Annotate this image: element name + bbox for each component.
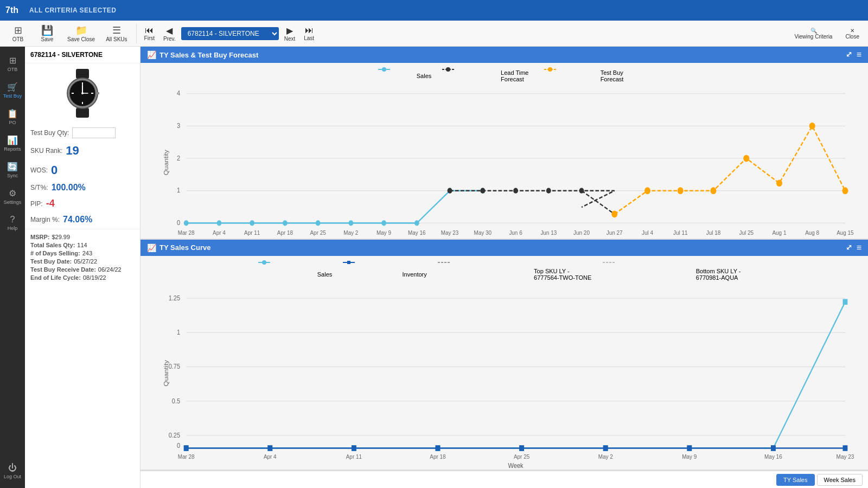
days-selling-label: # of Days Selling:	[30, 250, 80, 256]
svg-rect-118	[519, 445, 524, 451]
svg-rect-121	[771, 445, 776, 451]
viewing-criteria-button[interactable]: 🔍 Viewing Criteria	[790, 25, 837, 42]
svg-point-56	[316, 221, 321, 226]
legend2-sales-label: Sales	[317, 271, 333, 278]
svg-point-64	[513, 188, 518, 194]
po-sidebar-icon: 📋	[7, 108, 18, 119]
sidebar-item-settings[interactable]: ⚙ Settings	[0, 184, 25, 209]
otb-button[interactable]: ⊞ OTB	[4, 22, 31, 44]
chart2-menu-icon[interactable]: ≡	[857, 243, 861, 253]
legend-sales-label: Sales	[417, 73, 432, 79]
total-sales-value: 114	[77, 242, 87, 248]
svg-point-78	[262, 260, 266, 265]
chart2-header: 📈 TY Sales Curve ⤢ ≡	[141, 240, 868, 256]
svg-point-76	[842, 188, 848, 195]
svg-point-74	[776, 180, 782, 187]
last-icon: ⏭	[305, 25, 314, 35]
chart1-menu-icon[interactable]: ≡	[857, 50, 861, 60]
sidebar: ⊞ OTB 🛒 Test Buy 📋 PO 📊 Reports 🔄 Sync ⚙…	[0, 47, 25, 488]
chart1-expand-icon[interactable]: ⤢	[846, 50, 852, 60]
save-close-button[interactable]: 📁 Save Close	[63, 22, 99, 44]
svg-point-58	[381, 221, 386, 226]
product-sku-header: 6782114 - SILVERTONE	[25, 47, 140, 63]
chart1-wrapper: 📈 TY Sales & Test Buy Forecast ⤢ ≡ Sales…	[141, 47, 868, 240]
reports-sidebar-icon: 📊	[7, 135, 18, 145]
sidebar-item-sync[interactable]: 🔄 Sync	[0, 157, 25, 183]
svg-text:Jul 4: Jul 4	[642, 229, 653, 236]
svg-point-72	[710, 188, 716, 195]
chart1-svg: 4 3 2 1 0 Quantity Mar 28 Apr 4 Apr 11 A…	[162, 87, 857, 238]
week-sales-tab[interactable]: Week Sales	[817, 474, 863, 486]
svg-text:Apr 25: Apr 25	[514, 453, 529, 460]
svg-rect-114	[184, 445, 189, 451]
svg-text:Jun 13: Jun 13	[540, 229, 557, 236]
end-of-life-row: End of Life Cycle: 08/19/22	[30, 274, 135, 281]
svg-text:0: 0	[177, 219, 180, 227]
svg-text:Quantity: Quantity	[163, 359, 170, 387]
svg-rect-122	[843, 445, 847, 451]
margin-value: 74.06%	[63, 215, 92, 224]
sidebar-item-testbuy[interactable]: 🛒 Test Buy	[0, 78, 25, 103]
ty-sales-tab[interactable]: TY Sales	[776, 474, 814, 486]
svg-rect-0	[76, 69, 89, 79]
st-row: S/T%: 100.00%	[30, 183, 135, 192]
sidebar-item-logout[interactable]: ⏻ Log Out	[0, 459, 25, 484]
svg-rect-116	[352, 445, 356, 451]
svg-text:Apr 11: Apr 11	[244, 229, 260, 236]
svg-text:Jul 25: Jul 25	[739, 229, 754, 236]
help-sidebar-icon: ?	[10, 215, 15, 224]
svg-point-53	[216, 221, 221, 226]
svg-point-69	[611, 211, 617, 218]
top-bar-title: ALL CRITERIA SELECTED	[29, 7, 117, 14]
chart2-expand-icon[interactable]: ⤢	[846, 243, 852, 253]
legend-test-buy: Test Buy Forecast	[544, 66, 630, 86]
svg-text:May 9: May 9	[682, 453, 697, 460]
svg-point-14	[382, 67, 386, 72]
prev-button[interactable]: ◀ Prev.	[160, 23, 179, 44]
svg-rect-120	[687, 445, 692, 451]
legend2-bottom-sku: Bottom SKU LY - 6770981-AQUA	[603, 259, 751, 290]
svg-point-70	[644, 188, 650, 195]
svg-text:May 23: May 23	[441, 229, 459, 236]
receive-date-value: 06/24/22	[98, 266, 122, 273]
svg-point-55	[283, 221, 288, 226]
svg-text:Apr 18: Apr 18	[430, 453, 445, 460]
margin-row: Margin %: 74.06%	[30, 215, 135, 224]
end-of-life-value: 08/19/22	[83, 274, 106, 281]
sidebar-item-help[interactable]: ? Help	[0, 210, 25, 235]
svg-text:Week: Week	[508, 237, 524, 239]
svg-point-57	[348, 221, 353, 226]
chart1-title: TY Sales & Test Buy Forecast	[159, 51, 258, 59]
svg-point-52	[184, 221, 189, 226]
svg-text:0.75: 0.75	[169, 363, 181, 371]
end-of-life-label: End of Life Cycle:	[30, 274, 81, 281]
main-content: ⊞ OTB 🛒 Test Buy 📋 PO 📊 Reports 🔄 Sync ⚙…	[0, 47, 868, 488]
sidebar-item-po[interactable]: 📋 PO	[0, 104, 25, 130]
legend2-top-sku-label: Top SKU LY - 6777564-TWO-TONE	[534, 268, 592, 281]
svg-point-63	[480, 188, 485, 194]
close-button[interactable]: ✕ Close	[841, 25, 864, 42]
svg-text:May 30: May 30	[474, 229, 492, 236]
test-buy-qty-input[interactable]	[72, 127, 116, 138]
save-button[interactable]: 💾 Save	[34, 22, 61, 44]
last-button[interactable]: ⏭ Last	[301, 23, 317, 43]
days-selling-value: 243	[82, 250, 92, 256]
sidebar-item-reports[interactable]: 📊 Reports	[0, 131, 25, 156]
svg-text:Apr 25: Apr 25	[310, 229, 326, 236]
otb-icon: ⊞	[14, 24, 22, 36]
right-content: 📈 TY Sales & Test Buy Forecast ⤢ ≡ Sales…	[141, 47, 868, 488]
first-button[interactable]: ⏮ First	[141, 23, 158, 43]
svg-point-54	[250, 221, 254, 226]
sku-dropdown[interactable]: 6782114 - SILVERTONE	[181, 27, 279, 40]
sidebar-item-otb[interactable]: ⊞ OTB	[0, 51, 25, 76]
legend2-sales: Sales	[258, 259, 333, 290]
svg-point-73	[743, 155, 749, 162]
svg-point-65	[546, 188, 551, 194]
otb-sidebar-icon: ⊞	[9, 55, 16, 66]
next-button[interactable]: ▶ Next	[281, 23, 299, 44]
next-icon: ▶	[286, 25, 293, 36]
all-skus-button[interactable]: ☰ All SKUs	[101, 22, 131, 44]
chart2-wrapper: 📈 TY Sales Curve ⤢ ≡ Sales Inventory	[141, 240, 868, 471]
app-logo: 7th	[5, 5, 18, 15]
legend-sales: Sales	[378, 66, 431, 86]
